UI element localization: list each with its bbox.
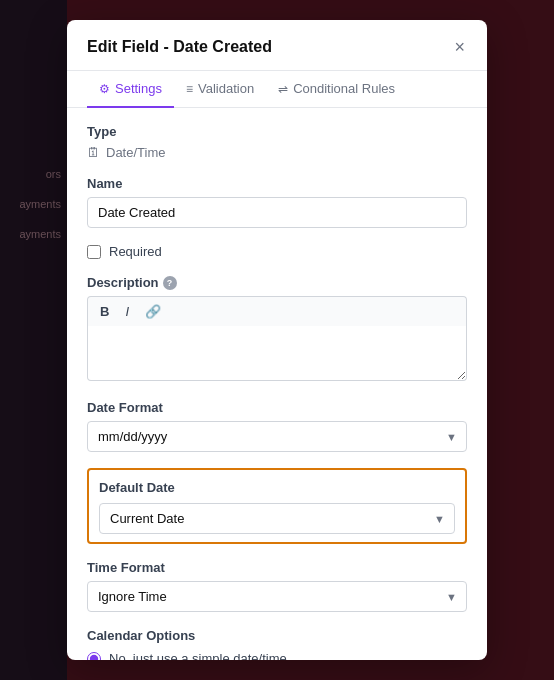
tab-settings[interactable]: ⚙ Settings (87, 71, 174, 108)
name-label: Name (87, 176, 467, 191)
settings-tab-icon: ⚙ (99, 82, 110, 96)
validation-tab-label: Validation (198, 81, 254, 96)
simple-radio[interactable] (87, 652, 101, 661)
calendar-options-section: Calendar Options No, just use a simple d… (87, 628, 467, 660)
date-format-label: Date Format (87, 400, 467, 415)
time-format-select-wrapper: Ignore Time 12 Hour 24 Hour ▼ (87, 581, 467, 612)
date-format-section: Date Format mm/dd/yyyy dd/mm/yyyy yyyy-m… (87, 400, 467, 452)
tab-conditional-rules[interactable]: ⇌ Conditional Rules (266, 71, 407, 108)
time-format-section: Time Format Ignore Time 12 Hour 24 Hour … (87, 560, 467, 612)
description-section: Description ? B I 🔗 (87, 275, 467, 384)
modal-body: Type 🗓 Date/Time Name Required Descripti… (67, 108, 487, 660)
type-value-row: 🗓 Date/Time (87, 145, 467, 160)
tab-validation[interactable]: ≡ Validation (174, 71, 266, 108)
type-value: Date/Time (106, 145, 165, 160)
default-date-select[interactable]: Current Date None Custom Date (99, 503, 455, 534)
date-format-select-wrapper: mm/dd/yyyy dd/mm/yyyy yyyy-mm-dd ▼ (87, 421, 467, 452)
calendar-options-label: Calendar Options (87, 628, 467, 643)
type-section: Type 🗓 Date/Time (87, 124, 467, 160)
modal-header: Edit Field - Date Created × (67, 20, 487, 71)
modal-title: Edit Field - Date Created (87, 38, 272, 56)
modal-backdrop: Edit Field - Date Created × ⚙ Settings ≡… (0, 0, 554, 680)
simple-radio-label[interactable]: No, just use a simple date/time. (109, 651, 290, 660)
description-textarea[interactable] (87, 326, 467, 381)
name-input[interactable] (87, 197, 467, 228)
conditional-tab-icon: ⇌ (278, 82, 288, 96)
calendar-radio-group: No, just use a simple date/time. Yes, ad… (87, 651, 467, 660)
settings-tab-label: Settings (115, 81, 162, 96)
description-help-icon[interactable]: ? (163, 276, 177, 290)
link-button[interactable]: 🔗 (141, 302, 165, 321)
name-section: Name (87, 176, 467, 228)
default-date-section: Default Date Current Date None Custom Da… (87, 468, 467, 544)
description-toolbar: B I 🔗 (87, 296, 467, 326)
type-label: Type (87, 124, 467, 139)
radio-row-simple: No, just use a simple date/time. (87, 651, 467, 660)
default-date-label: Default Date (99, 480, 455, 495)
required-checkbox[interactable] (87, 245, 101, 259)
close-button[interactable]: × (452, 36, 467, 58)
validation-tab-icon: ≡ (186, 82, 193, 96)
time-format-label: Time Format (87, 560, 467, 575)
required-label[interactable]: Required (109, 244, 162, 259)
required-section: Required (87, 244, 467, 259)
conditional-tab-label: Conditional Rules (293, 81, 395, 96)
tab-bar: ⚙ Settings ≡ Validation ⇌ Conditional Ru… (67, 71, 487, 108)
default-date-select-wrapper: Current Date None Custom Date ▼ (99, 503, 455, 534)
bold-button[interactable]: B (96, 302, 113, 321)
time-format-select[interactable]: Ignore Time 12 Hour 24 Hour (87, 581, 467, 612)
edit-field-modal: Edit Field - Date Created × ⚙ Settings ≡… (67, 20, 487, 660)
date-format-select[interactable]: mm/dd/yyyy dd/mm/yyyy yyyy-mm-dd (87, 421, 467, 452)
italic-button[interactable]: I (121, 302, 133, 321)
datetime-icon: 🗓 (87, 145, 100, 160)
description-label: Description ? (87, 275, 467, 290)
